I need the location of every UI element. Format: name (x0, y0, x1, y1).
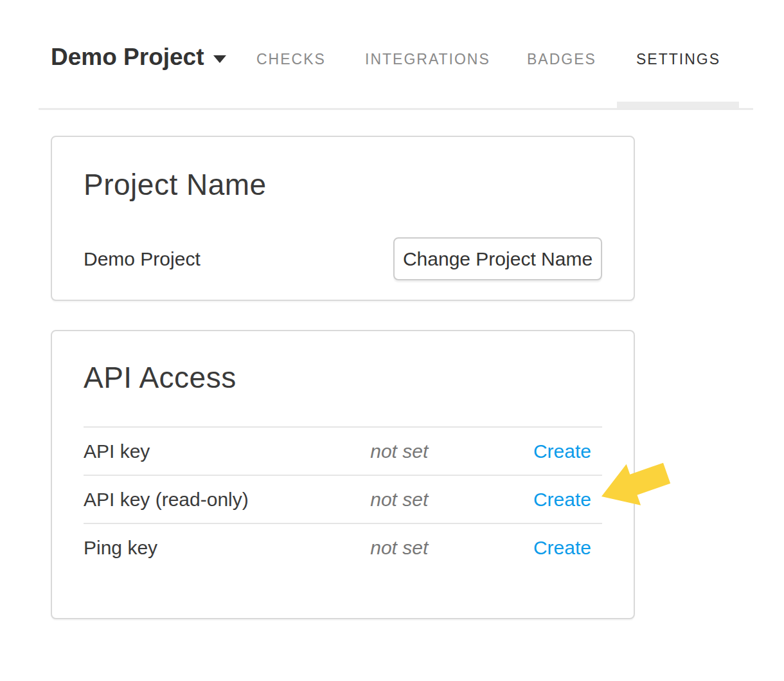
api-key-label: API key (84, 440, 370, 462)
api-key-readonly-value: not set (370, 489, 533, 511)
tab-integrations[interactable]: INTEGRATIONS (365, 51, 490, 68)
project-name-card: Project Name Demo Project Change Project… (51, 136, 635, 301)
table-row-api-key-readonly: API key (read-only) not set Create (84, 475, 602, 523)
api-access-card-title: API Access (84, 360, 602, 395)
create-ping-key-link[interactable]: Create (533, 537, 591, 558)
create-api-key-readonly-link[interactable]: Create (533, 489, 591, 510)
api-keys-table: API key not set Create API key (read-onl… (84, 426, 602, 571)
api-access-card: API Access API key not set Create API ke… (51, 330, 635, 619)
caret-down-icon (213, 55, 226, 63)
project-switcher-label: Demo Project (51, 44, 204, 71)
project-switcher[interactable]: Demo Project (51, 44, 226, 71)
nav-divider (39, 108, 753, 110)
api-key-readonly-label: API key (read-only) (84, 489, 370, 511)
api-key-value: not set (370, 440, 533, 462)
project-name-card-title: Project Name (84, 167, 602, 202)
ping-key-value: not set (370, 537, 533, 559)
table-row-api-key: API key not set Create (84, 426, 602, 475)
ping-key-label: Ping key (84, 537, 370, 559)
tab-badges[interactable]: BADGES (527, 51, 596, 68)
tab-settings[interactable]: SETTINGS (636, 51, 720, 68)
tab-checks[interactable]: CHECKS (256, 51, 326, 68)
create-api-key-link[interactable]: Create (533, 440, 591, 462)
current-project-name: Demo Project (84, 248, 200, 270)
table-row-ping-key: Ping key not set Create (84, 523, 602, 571)
change-project-name-button[interactable]: Change Project Name (393, 237, 602, 280)
